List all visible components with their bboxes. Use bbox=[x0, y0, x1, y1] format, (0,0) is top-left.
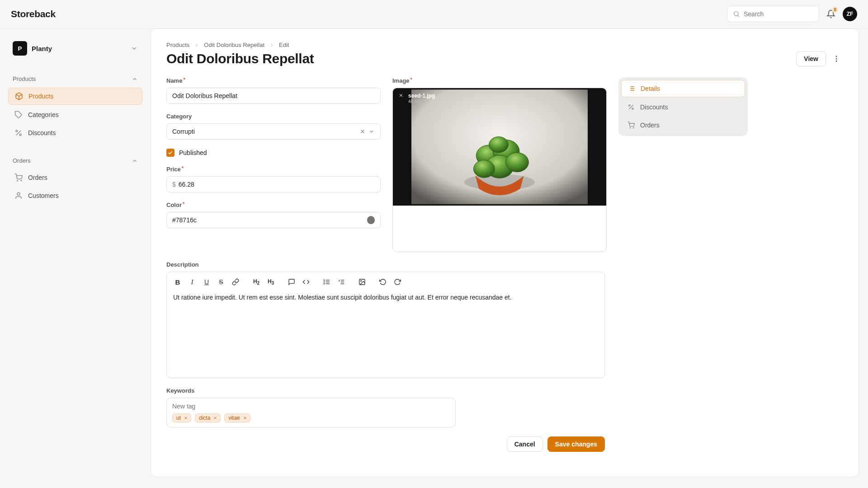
remove-tag-icon[interactable] bbox=[184, 416, 188, 420]
keyword-tag[interactable]: vitae bbox=[224, 413, 250, 422]
tag-label: dicta bbox=[199, 415, 210, 421]
color-swatch[interactable] bbox=[367, 216, 375, 224]
strike-button[interactable]: S bbox=[215, 276, 227, 288]
italic-button[interactable]: I bbox=[186, 276, 198, 288]
name-input[interactable] bbox=[172, 92, 375, 99]
quote-button[interactable] bbox=[285, 276, 298, 288]
strike-icon: S bbox=[219, 278, 223, 286]
svg-line-1 bbox=[738, 15, 739, 17]
svg-point-8 bbox=[21, 180, 22, 181]
code-icon bbox=[302, 278, 310, 286]
remove-image-button[interactable] bbox=[398, 93, 404, 98]
h2-button[interactable]: H2 bbox=[250, 276, 263, 288]
svg-point-23 bbox=[473, 160, 495, 178]
price-input[interactable] bbox=[179, 181, 375, 188]
sidebar-item-products[interactable]: Products bbox=[8, 88, 142, 105]
breadcrumb: Products Odit Doloribus Repellat Edit bbox=[166, 42, 843, 48]
link-icon bbox=[232, 278, 239, 286]
breadcrumb-item[interactable]: Odit Doloribus Repellat bbox=[204, 42, 264, 48]
tab-details[interactable]: Details bbox=[621, 80, 745, 97]
sidebar-item-customers[interactable]: Customers bbox=[8, 188, 142, 204]
h3-button[interactable]: H3 bbox=[264, 276, 277, 288]
chevron-down-icon[interactable] bbox=[368, 128, 375, 135]
tab-label: Details bbox=[641, 85, 660, 92]
bold-button[interactable]: B bbox=[171, 276, 184, 288]
image-filename: seed-1.jpg bbox=[408, 93, 435, 99]
cancel-button[interactable]: Cancel bbox=[507, 436, 543, 452]
svg-point-22 bbox=[506, 153, 529, 172]
search-field[interactable] bbox=[727, 6, 819, 22]
sidebar-section-products[interactable]: Products bbox=[8, 73, 142, 85]
keyword-tag[interactable]: dicta bbox=[195, 413, 221, 422]
breadcrumb-item: Edit bbox=[279, 42, 289, 48]
ul-button[interactable] bbox=[321, 276, 333, 288]
sidebar-item-label: Orders bbox=[28, 174, 47, 181]
svg-point-24 bbox=[489, 137, 509, 153]
published-checkbox[interactable]: Published bbox=[166, 149, 381, 157]
sidebar-section-orders[interactable]: Orders bbox=[8, 155, 142, 167]
price-label: Price bbox=[166, 166, 381, 173]
remove-tag-icon[interactable] bbox=[213, 416, 217, 420]
redo-button[interactable] bbox=[391, 276, 404, 288]
description-editor[interactable]: B I U S H2 H3 bbox=[166, 272, 605, 378]
svg-point-0 bbox=[734, 12, 738, 16]
tag-icon bbox=[14, 111, 23, 119]
svg-point-41 bbox=[324, 283, 324, 284]
sidebar-item-label: Customers bbox=[28, 192, 59, 199]
image-label: Image bbox=[392, 77, 607, 84]
more-button[interactable] bbox=[830, 52, 843, 66]
keywords-tags: ut dicta vitae bbox=[172, 413, 450, 422]
description-text[interactable]: Ut ratione iure impedit. Ut rem est esse… bbox=[167, 292, 604, 307]
avatar[interactable]: ZF bbox=[843, 7, 857, 21]
ordered-list-icon bbox=[338, 278, 345, 286]
sidebar-item-orders[interactable]: Orders bbox=[8, 169, 142, 186]
tab-discounts[interactable]: Discounts bbox=[621, 99, 745, 115]
keyword-tag[interactable]: ut bbox=[172, 413, 191, 422]
svg-point-35 bbox=[633, 127, 634, 128]
code-button[interactable] bbox=[300, 276, 312, 288]
section-tabs: Details Discounts Orders bbox=[618, 77, 748, 136]
sidebar-item-label: Products bbox=[28, 93, 53, 100]
save-button[interactable]: Save changes bbox=[547, 436, 605, 452]
page-title: Odit Doloribus Repellat bbox=[166, 51, 314, 66]
checkbox-icon bbox=[166, 149, 175, 157]
image-size: 48 KB bbox=[408, 99, 435, 104]
percent-icon bbox=[627, 103, 635, 111]
undo-button[interactable] bbox=[377, 276, 389, 288]
sidebar-item-categories[interactable]: Categories bbox=[8, 107, 142, 123]
svg-point-10 bbox=[836, 56, 837, 57]
svg-point-39 bbox=[324, 280, 324, 280]
breadcrumb-item[interactable]: Products bbox=[166, 42, 189, 48]
keywords-input[interactable] bbox=[172, 403, 450, 410]
view-button[interactable]: View bbox=[796, 51, 826, 66]
category-value: Corrupti bbox=[172, 128, 195, 135]
color-field[interactable] bbox=[166, 212, 381, 228]
svg-point-9 bbox=[17, 192, 20, 195]
currency-symbol: $ bbox=[172, 181, 176, 188]
workspace-switcher[interactable]: P Planty bbox=[8, 38, 142, 59]
sidebar-item-discounts[interactable]: Discounts bbox=[8, 125, 142, 141]
underline-button[interactable]: U bbox=[200, 276, 213, 288]
color-input[interactable] bbox=[172, 216, 367, 224]
price-field[interactable]: $ bbox=[166, 176, 381, 192]
ol-button[interactable] bbox=[335, 276, 348, 288]
search-input[interactable] bbox=[744, 10, 813, 18]
remove-tag-icon[interactable] bbox=[243, 416, 247, 420]
tag-label: vitae bbox=[228, 415, 240, 421]
chevron-right-icon bbox=[194, 42, 199, 48]
category-select[interactable]: Corrupti bbox=[166, 123, 381, 140]
svg-point-40 bbox=[324, 282, 324, 282]
link-button[interactable] bbox=[229, 276, 242, 288]
image-uploader[interactable]: seed-1.jpg 48 KB bbox=[392, 88, 607, 252]
keywords-field[interactable]: ut dicta vitae bbox=[166, 398, 456, 427]
name-field[interactable] bbox=[166, 88, 381, 104]
workspace-name: Planty bbox=[32, 45, 52, 52]
chevron-down-icon bbox=[131, 45, 138, 52]
list-icon bbox=[323, 278, 330, 286]
tab-orders[interactable]: Orders bbox=[621, 117, 745, 133]
clear-icon[interactable] bbox=[359, 128, 366, 135]
name-label: Name bbox=[166, 77, 381, 84]
notifications-button[interactable]: 0 bbox=[826, 9, 835, 19]
package-icon bbox=[15, 92, 23, 100]
image-button[interactable] bbox=[356, 276, 368, 288]
